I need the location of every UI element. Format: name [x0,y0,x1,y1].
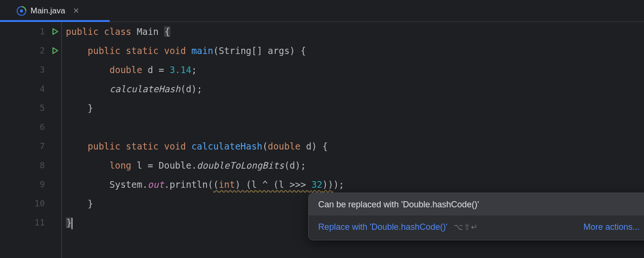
tab-main-java[interactable]: Main.java ✕ [0,0,86,22]
line-number: 3 [33,60,45,79]
line-number: 6 [33,118,45,137]
inspection-popup: Can be replaced with 'Double.hashCode()'… [308,193,644,240]
code-area[interactable]: public class Main { public static void m… [62,22,644,258]
run-icon[interactable] [52,47,59,54]
editor: 1 2 3 4 5 6 7 8 9 10 11 public class Mai… [0,22,644,258]
more-actions-link[interactable]: More actions... [583,222,640,232]
line-number: 7 [33,137,45,156]
line-number: 5 [33,98,45,118]
shortcut-label: ⌥⇧↵ [454,223,478,232]
java-class-icon [16,6,27,16]
tab-title: Main.java [31,6,65,16]
line-number: 11 [33,213,45,232]
svg-point-1 [20,9,23,12]
line-number: 4 [33,79,45,98]
line-number: 8 [33,156,45,175]
popup-title: Can be replaced with 'Double.hashCode()' [318,200,479,210]
gutter: 1 2 3 4 5 6 7 8 9 10 11 [0,22,61,258]
run-icon[interactable] [52,28,59,35]
quick-fix-action[interactable]: Replace with 'Double.hashCode()' [318,222,447,232]
caret [72,218,73,229]
close-icon[interactable]: ✕ [73,6,79,15]
tab-bar: Main.java ✕ [0,0,644,22]
line-number: 10 [33,194,45,213]
line-number: 2 [33,41,45,60]
line-number: 9 [33,175,45,194]
line-number: 1 [33,22,45,41]
